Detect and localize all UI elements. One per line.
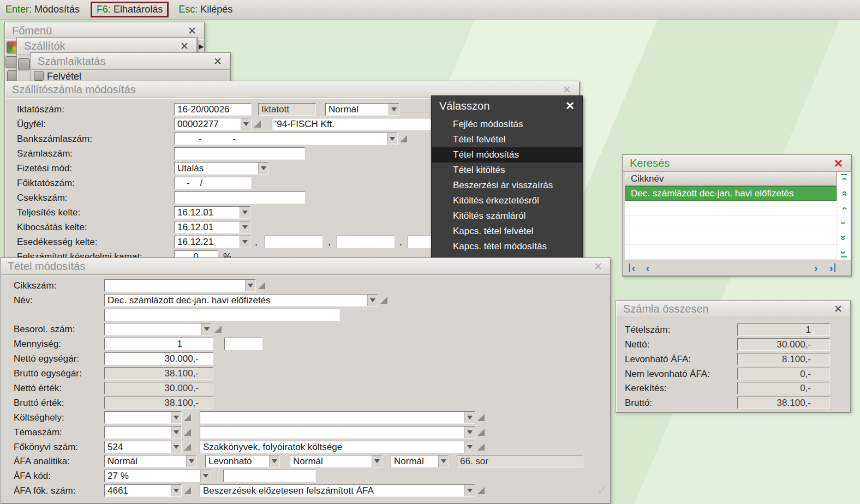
afa-analitika-dropdown-2[interactable]: Normál (290, 455, 383, 467)
brutto-label: Bruttó: (625, 397, 652, 409)
scroll-pagedown-button[interactable]: » (837, 230, 851, 245)
esedekesseg-extra-field-1[interactable] (265, 236, 322, 248)
ugyfel-code-dropdown[interactable]: 00002277 (174, 118, 252, 130)
close-icon[interactable]: ✕ (565, 99, 575, 112)
item-titlebar[interactable]: Tétel módosítás ✕ (1, 259, 610, 275)
afa-fok-name-lookup-icon[interactable] (477, 487, 485, 494)
next-page-button[interactable]: › (809, 261, 822, 274)
cikkszam-dropdown[interactable] (104, 279, 256, 292)
afa-fok-name-dropdown[interactable]: Beszerzések előzetesen felszámított ÁFA (200, 484, 475, 497)
totals-titlebar[interactable]: Számla összesen ✕ (617, 301, 850, 317)
separator-comma: , (255, 236, 258, 248)
szamlaszam-field[interactable] (174, 147, 305, 160)
scroll-up-button[interactable]: › (837, 201, 851, 215)
close-icon[interactable]: ✕ (188, 26, 196, 36)
temaszam-code-dropdown[interactable] (104, 426, 182, 439)
search-result-row-empty[interactable] (625, 230, 837, 245)
besorol-lookup-icon[interactable] (214, 326, 222, 333)
last-page-button[interactable]: › (825, 261, 838, 274)
fokonyvi-lookup-icon[interactable] (184, 443, 191, 451)
prev-page-button[interactable]: ‹ (641, 261, 654, 274)
bankszamla-lookup-icon[interactable] (400, 135, 407, 142)
afa-analitika-dropdown-3[interactable]: Normál (391, 455, 449, 467)
search-result-row-empty[interactable] (625, 245, 837, 260)
scroll-down-button[interactable]: › (837, 215, 851, 230)
ugyfel-name-field[interactable]: '94-FISCH Kft. (272, 118, 431, 130)
menu-item-icon (34, 71, 44, 81)
column-header-cikknev[interactable]: Cikknév (625, 172, 837, 186)
temaszam-name-lookup-icon[interactable] (477, 429, 485, 436)
valasszon-titlebar[interactable]: Válasszon ✕ (432, 96, 582, 116)
chevron-right-icon: › (814, 262, 818, 274)
afa-fok-code-dropdown[interactable]: 4661 (104, 484, 182, 497)
menu-item-tetel-kitoltes[interactable]: Tétel kitöltés (432, 163, 582, 178)
menu-item-kitoltes-szamlarol[interactable]: Kitöltés számláról (432, 208, 582, 224)
window-tetel-modositas: Tétel módosítás ✕ Cikkszám: Név: Dec. sz… (0, 257, 611, 504)
menu-item-kapcs-tetel-modositas[interactable]: Kapcs. tétel módosítás (432, 239, 582, 254)
search-result-row-empty[interactable] (625, 215, 837, 230)
fokonyvi-name-dropdown[interactable]: Szakkönyvek, folyóiratok költsége (200, 441, 475, 453)
close-icon[interactable]: ✕ (834, 304, 843, 314)
scroll-first-button[interactable]: › (837, 172, 851, 186)
first-page-button[interactable]: ‹ (627, 261, 640, 274)
temaszam-lookup-icon[interactable] (184, 429, 191, 436)
mennyiseg-field[interactable]: 1 (104, 338, 213, 350)
bankszamla-dropdown[interactable]: - - (174, 133, 398, 145)
scroll-pageup-button[interactable]: » (837, 186, 851, 201)
valasszon-title: Válasszon (439, 100, 489, 112)
szamlaiktatas-titlebar[interactable]: Számlaiktatás ✕ (31, 53, 230, 70)
close-icon[interactable]: ✕ (180, 41, 189, 51)
afa-analitika-dropdown-1[interactable]: Normál (104, 455, 197, 467)
fokonyvi-name-lookup-icon[interactable] (477, 443, 485, 451)
brutto-egysegar-field: 38.100,- (104, 367, 213, 380)
fizetesi-mod-dropdown[interactable]: Utalás (174, 162, 269, 175)
esedekesseg-extra-field-2[interactable] (337, 236, 395, 248)
fokonyvi-code-dropdown[interactable]: 524 (104, 441, 182, 453)
close-icon[interactable]: ✕ (563, 85, 571, 95)
afa-kod-extra-field[interactable] (223, 470, 316, 482)
menu-item-fejlec-modositas[interactable]: Fejléc módosítás (432, 117, 582, 132)
afa-levonhato-dropdown[interactable]: Levonható (205, 455, 280, 467)
koltseghely-code-dropdown[interactable] (104, 411, 182, 424)
ugyfel-lookup-icon[interactable] (254, 121, 261, 128)
menu-item-kapcs-tetel-felvetel[interactable]: Kapcs. tétel felvétel (432, 224, 582, 239)
nev-dropdown[interactable]: Dec. számlázott dec-jan. havi előfizetés (104, 294, 378, 307)
mennyiseg-unit-field[interactable] (224, 338, 262, 350)
kibocsatas-kelte-dropdown[interactable]: 16.12.01 (174, 221, 250, 233)
menu-item-tetel-felvetel[interactable]: Tétel felvétel (432, 132, 582, 147)
netto-egysegar-field[interactable]: 30.000,- (104, 352, 213, 365)
afa-kod-dropdown[interactable]: 27 % (104, 470, 211, 482)
dropdown-arrow-icon (372, 455, 382, 467)
koltseghely-name-lookup-icon[interactable] (477, 414, 485, 421)
search-result-row-empty[interactable] (625, 201, 837, 215)
scroll-last-button[interactable]: › (837, 245, 851, 260)
cikkszam-lookup-icon[interactable] (258, 282, 265, 289)
menu-item-kitoltes-erkeztetesrol[interactable]: Kitöltés érkeztetésről (432, 193, 582, 208)
csekkszam-field[interactable] (174, 191, 305, 204)
temaszam-name-dropdown[interactable] (200, 426, 475, 439)
ugyfel-code-value: 00002277 (175, 118, 241, 130)
besorol-szam-dropdown[interactable] (104, 323, 212, 335)
nev-extra-field[interactable] (104, 309, 340, 321)
shortcut-key: Enter: (5, 4, 32, 15)
koltseghely-name-dropdown[interactable] (200, 411, 475, 424)
iktatas-mode-dropdown[interactable]: Normál (325, 103, 399, 116)
totals-window-title: Számla összesen (623, 303, 709, 315)
menu-item-tetel-modositas-selected[interactable]: Tétel módosítás (432, 147, 582, 163)
menu-app-icon[interactable] (18, 58, 30, 70)
shortcut-label: Kilépés (200, 4, 232, 15)
close-icon[interactable]: ✕ (833, 158, 843, 169)
esedekesseg-kelte-dropdown[interactable]: 16.12.21 (174, 236, 250, 248)
afa-fok-lookup-icon[interactable] (184, 487, 191, 494)
kereses-titlebar[interactable]: Keresés ✕ (623, 155, 851, 172)
iktatoszam-field[interactable]: 16-20/00026 (174, 103, 252, 116)
foiktatoszam-field[interactable]: - / (174, 177, 252, 189)
menu-item-beszerzesi-ar-visszairas[interactable]: Beszerzési ár visszaírás (432, 178, 582, 193)
koltseghely-lookup-icon[interactable] (184, 414, 191, 421)
teljesites-kelte-dropdown[interactable]: 16.12.01 (174, 206, 250, 219)
menu-app-icon[interactable] (5, 56, 17, 68)
nev-lookup-icon[interactable] (380, 297, 387, 304)
search-result-row-selected[interactable]: Dec. számlázott dec-jan. havi előfizetés (625, 186, 837, 201)
close-icon[interactable]: ✕ (594, 261, 602, 272)
close-icon[interactable]: ✕ (213, 56, 222, 67)
